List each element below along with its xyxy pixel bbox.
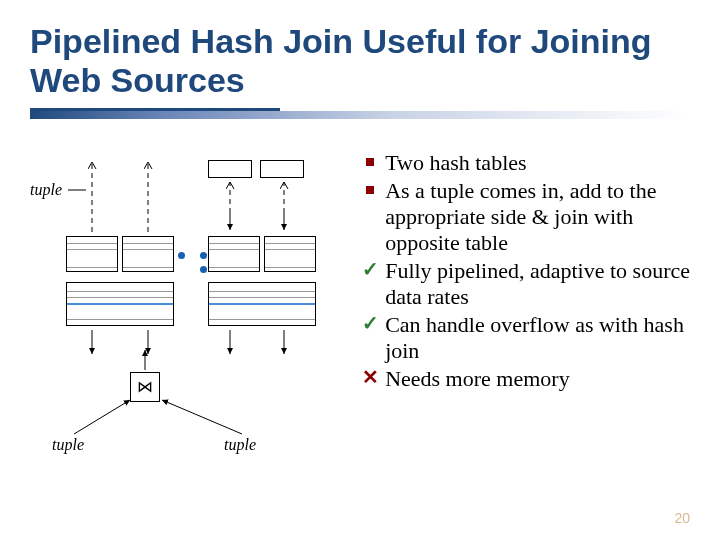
bullet-text: Two hash tables [385, 150, 526, 175]
bullet-square-icon [359, 178, 381, 202]
slide: Pipelined Hash Join Useful for Joining W… [0, 0, 720, 540]
slide-body: ⋈ tuple tuple tuple [30, 150, 690, 454]
pipeline-diagram: ⋈ tuple tuple tuple [30, 154, 350, 454]
check-icon: ✓ [359, 258, 381, 282]
bullet-text: Needs more memory [385, 366, 570, 391]
slide-title: Pipelined Hash Join Useful for Joining W… [30, 22, 690, 100]
bullet-square-icon [359, 150, 381, 174]
list-item: As a tuple comes in, add to the appropri… [359, 178, 690, 256]
cross-icon: ✕ [359, 366, 381, 390]
bullet-list: Two hash tables As a tuple comes in, add… [359, 150, 690, 392]
slide-number: 20 [674, 510, 690, 526]
svg-line-12 [162, 400, 242, 434]
list-item: Two hash tables [359, 150, 690, 176]
list-item: ✓ Fully pipelined, adaptive to source da… [359, 258, 690, 310]
check-icon: ✓ [359, 312, 381, 336]
text-column: Two hash tables As a tuple comes in, add… [351, 150, 690, 454]
title-underline [30, 108, 690, 122]
svg-line-11 [74, 400, 130, 434]
diagram-column: ⋈ tuple tuple tuple [30, 150, 351, 454]
bullet-text: Can handle overflow as with hash join [385, 312, 684, 363]
list-item: ✕ Needs more memory [359, 366, 690, 392]
bullet-text: As a tuple comes in, add to the appropri… [385, 178, 656, 255]
list-item: ✓ Can handle overflow as with hash join [359, 312, 690, 364]
bullet-text: Fully pipelined, adaptive to source data… [385, 258, 690, 309]
diagram-arrows [30, 154, 350, 454]
